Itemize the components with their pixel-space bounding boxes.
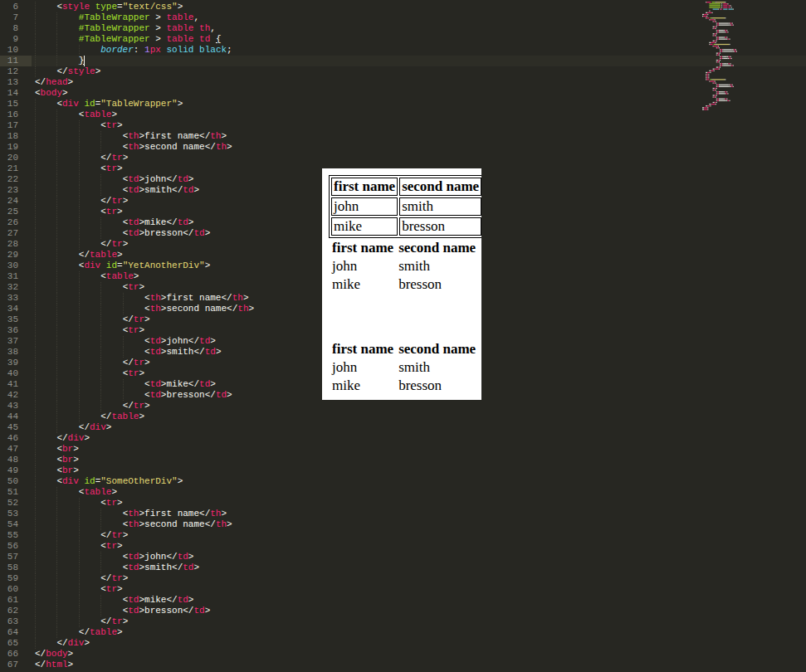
code-line[interactable]: 15 <div id="TableWrapper"> [0, 99, 806, 110]
code-line[interactable]: 12 </style> [0, 66, 806, 77]
line-number[interactable]: 43 [0, 401, 32, 411]
line-number[interactable]: 60 [0, 584, 32, 595]
code-line[interactable]: 52 <tr> [0, 498, 806, 509]
code-line[interactable]: 7 #TableWrapper > table, [0, 12, 806, 23]
line-number[interactable]: 6 [0, 2, 32, 12]
line-number[interactable]: 16 [0, 110, 32, 120]
code-line[interactable]: 56 <tr> [0, 541, 806, 552]
code-line[interactable]: 66</body> [0, 649, 806, 660]
code-line[interactable]: 49 <br> [0, 465, 806, 476]
line-number[interactable]: 18 [0, 131, 32, 142]
line-number[interactable]: 67 [0, 660, 32, 670]
line-number[interactable]: 38 [0, 347, 32, 358]
line-number[interactable]: 35 [0, 314, 32, 325]
code-line[interactable]: 67</html> [0, 660, 806, 670]
code-line[interactable]: 57 <td>john</td> [0, 552, 806, 562]
line-number[interactable]: 23 [0, 185, 32, 196]
line-number[interactable]: 20 [0, 153, 32, 163]
line-number[interactable]: 40 [0, 368, 32, 379]
line-number[interactable]: 19 [0, 142, 32, 153]
line-number[interactable]: 25 [0, 207, 32, 217]
line-number[interactable]: 37 [0, 336, 32, 347]
line-number[interactable]: 57 [0, 552, 32, 562]
line-number[interactable]: 41 [0, 379, 32, 390]
line-number[interactable]: 27 [0, 228, 32, 239]
line-number[interactable]: 33 [0, 293, 32, 304]
line-number[interactable]: 17 [0, 120, 32, 131]
line-number[interactable]: 45 [0, 422, 32, 433]
line-number[interactable]: 26 [0, 217, 32, 228]
line-number[interactable]: 53 [0, 509, 32, 519]
code-line[interactable]: 61 <td>mike</td> [0, 595, 806, 606]
code-line[interactable]: 51 <table> [0, 487, 806, 498]
code-line[interactable]: 47 <br> [0, 444, 806, 455]
code-line[interactable]: 64 </table> [0, 627, 806, 638]
code-line[interactable]: 18 <th>first name</th> [0, 131, 806, 142]
code-line[interactable]: 60 <tr> [0, 584, 806, 595]
line-number[interactable]: 24 [0, 196, 32, 207]
line-number[interactable]: 55 [0, 530, 32, 541]
line-number[interactable]: 61 [0, 595, 32, 606]
line-number[interactable]: 28 [0, 239, 32, 250]
line-number[interactable]: 11 [0, 56, 32, 66]
line-number[interactable]: 21 [0, 163, 32, 174]
line-number[interactable]: 49 [0, 465, 32, 476]
line-number[interactable]: 31 [0, 271, 32, 282]
line-number[interactable]: 22 [0, 174, 32, 185]
code-line[interactable]: 13</head> [0, 77, 806, 88]
code-line[interactable]: 17 <tr> [0, 120, 806, 131]
line-number[interactable]: 44 [0, 411, 32, 422]
code-line[interactable]: 6 <style type="text/css"> [0, 2, 806, 12]
code-line[interactable]: 63 </tr> [0, 616, 806, 627]
line-number[interactable]: 48 [0, 455, 32, 465]
line-number[interactable]: 13 [0, 77, 32, 88]
code-line[interactable]: 55 </tr> [0, 530, 806, 541]
code-line[interactable]: 54 <th>second name</th> [0, 519, 806, 530]
line-number[interactable]: 32 [0, 282, 32, 293]
code-line[interactable]: 50 <div id="SomeOtherDiv"> [0, 476, 806, 487]
code-line[interactable]: 8 #TableWrapper > table th, [0, 23, 806, 34]
line-number[interactable]: 34 [0, 304, 32, 314]
line-number[interactable]: 64 [0, 627, 32, 638]
code-line[interactable]: 14<body> [0, 88, 806, 99]
line-number[interactable]: 59 [0, 573, 32, 584]
line-number[interactable]: 30 [0, 261, 32, 271]
line-number[interactable]: 54 [0, 519, 32, 530]
line-number[interactable]: 10 [0, 45, 32, 56]
code-line[interactable]: 65 </div> [0, 638, 806, 649]
line-number[interactable]: 36 [0, 325, 32, 336]
line-number[interactable]: 15 [0, 99, 32, 110]
line-number[interactable]: 14 [0, 88, 32, 99]
code-line[interactable]: 19 <th>second name</th> [0, 142, 806, 153]
line-number[interactable]: 7 [0, 12, 32, 23]
line-number[interactable]: 51 [0, 487, 32, 498]
code-line[interactable]: 44 </table> [0, 411, 806, 422]
code-line[interactable]: 10 border: 1px solid black; [0, 45, 806, 56]
code-line[interactable]: 46 </div> [0, 433, 806, 444]
code-line[interactable]: 9 #TableWrapper > table td { [0, 34, 806, 45]
line-number[interactable]: 9 [0, 34, 32, 45]
code-line[interactable]: 20 </tr> [0, 153, 806, 163]
line-number[interactable]: 29 [0, 250, 32, 261]
code-line[interactable]: 59 </tr> [0, 573, 806, 584]
code-line[interactable]: 16 <table> [0, 110, 806, 120]
line-number[interactable]: 63 [0, 616, 32, 627]
code-line[interactable]: 58 <td>smith</td> [0, 562, 806, 573]
code-line[interactable]: 43 </tr> [0, 401, 806, 411]
code-line[interactable]: 45 </div> [0, 422, 806, 433]
code-line[interactable]: 53 <th>first name</th> [0, 509, 806, 519]
line-number[interactable]: 56 [0, 541, 32, 552]
line-number[interactable]: 47 [0, 444, 32, 455]
line-number[interactable]: 46 [0, 433, 32, 444]
code-line[interactable]: 11 } [0, 56, 806, 66]
line-number[interactable]: 66 [0, 649, 32, 660]
code-line[interactable]: 48 <br> [0, 455, 806, 465]
line-number[interactable]: 12 [0, 66, 32, 77]
code-line[interactable]: 62 <td>bresson</td> [0, 606, 806, 616]
line-number[interactable]: 50 [0, 476, 32, 487]
line-number[interactable]: 52 [0, 498, 32, 509]
line-number[interactable]: 62 [0, 606, 32, 616]
minimap[interactable] [702, 0, 770, 120]
line-number[interactable]: 8 [0, 23, 32, 34]
line-number[interactable]: 39 [0, 358, 32, 368]
